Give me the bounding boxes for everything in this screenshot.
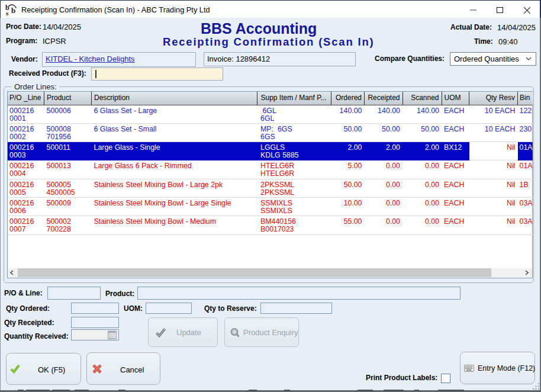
svg-text:s: s [6,9,9,16]
svg-text:b: b [11,6,15,15]
